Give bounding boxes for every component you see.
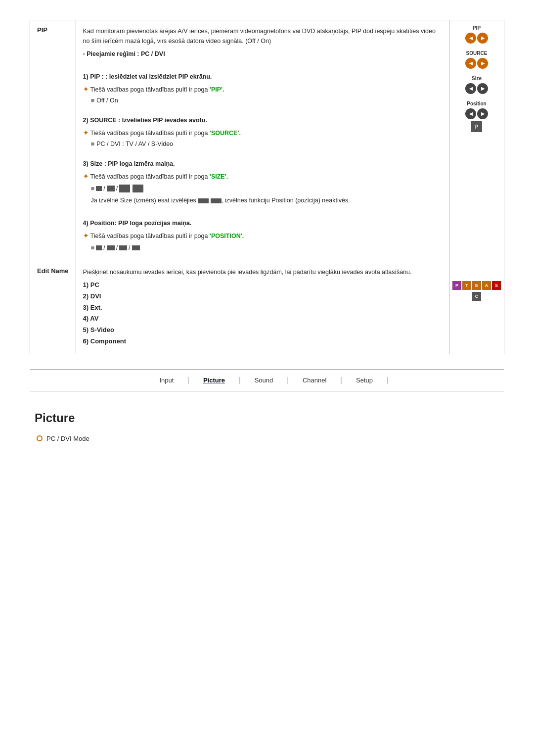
pteas-row: P T E A S — [452, 281, 501, 290]
nav-item-setup[interactable]: Setup — [342, 375, 387, 386]
list-item: 1) PC — [83, 280, 442, 290]
size-icon-group: Size ◀ ▶ — [452, 76, 501, 94]
pip-btn-right[interactable]: ▶ — [477, 33, 488, 44]
pip-3-title: 3) Size : PIP loga izmēra maiņa. — [83, 159, 442, 169]
pteas-p-btn[interactable]: P — [452, 281, 461, 290]
nav-sep-5: | — [387, 376, 389, 384]
picture-section: Picture PC / DVI Mode — [30, 411, 504, 442]
editname-list: 1) PC 2) DVI 3) Ext. 4) AV 5) S-Video 6)… — [83, 280, 442, 347]
position-p-btn[interactable]: P — [471, 121, 482, 132]
position-btn-left[interactable]: ◀ — [465, 108, 476, 119]
editname-intro: Piešķiriet nosaukumu ievades ierīcei, ka… — [83, 267, 442, 277]
pteas-e-btn[interactable]: E — [472, 281, 481, 290]
size-btn-right[interactable]: ▶ — [477, 83, 488, 94]
nav-item-sound[interactable]: Sound — [241, 375, 287, 386]
source-btn-pair[interactable]: ◀ ▶ — [465, 58, 488, 69]
pteas-a-btn[interactable]: A — [482, 281, 491, 290]
size-btn-pair[interactable]: ◀ ▶ — [465, 83, 488, 94]
pc-dvi-mode-label: PC / DVI Mode — [46, 435, 89, 442]
list-item: 4) AV — [83, 314, 442, 324]
list-item: 6) Component — [83, 336, 442, 347]
pip-label: PIP — [30, 20, 76, 261]
position-btn-right[interactable]: ▶ — [477, 108, 488, 119]
nav-bar-wrapper: Input | Picture | Sound | Channel | Setu… — [30, 369, 504, 391]
section-heading: Picture — [35, 411, 499, 425]
pos-icons: ■ / / / — [91, 243, 442, 253]
source-btn-left[interactable]: ◀ — [465, 58, 476, 69]
nav-item-picture[interactable]: Picture — [189, 375, 239, 386]
pc-dvi-mode-item: PC / DVI Mode — [37, 435, 499, 442]
pip-row: PIP Kad monitoram pievienotas ārējas A/V… — [30, 20, 504, 261]
source-btn-right[interactable]: ▶ — [477, 58, 488, 69]
size-btn-left[interactable]: ◀ — [465, 83, 476, 94]
nav-item-channel[interactable]: Channel — [289, 375, 340, 386]
position-btn-pair[interactable]: ◀ ▶ — [465, 108, 488, 119]
pip-1-dash: ■ Off / On — [83, 95, 442, 105]
pip-content: Kad monitoram pievienotas ārējas A/V ier… — [76, 20, 449, 261]
pteas-c-btn[interactable]: C — [472, 292, 481, 301]
pip-4-arrow-item: ✦ Tiešā vadības poga tālvadības pultī ir… — [83, 231, 442, 241]
pteas-t-btn[interactable]: T — [462, 281, 471, 290]
pip-2-arrow-item: ✦ Tiešā vadības poga tālvadības pultī ir… — [83, 128, 442, 138]
pip-3-note: Ja izvēlnē Size (izmērs) esat izvēlējies… — [83, 195, 442, 205]
main-content-table: PIP Kad monitoram pievienotas ārējas A/V… — [30, 20, 504, 354]
editname-content: Piešķiriet nosaukumu ievades ierīcei, ka… — [76, 261, 449, 354]
nav-item-input[interactable]: Input — [145, 375, 187, 386]
list-item: 3) Ext. — [83, 303, 442, 313]
position-icon-group: Position ◀ ▶ P — [452, 101, 501, 132]
nav-bar: Input | Picture | Sound | Channel | Setu… — [30, 375, 504, 386]
pip-intro: Kad monitoram pievienotas ārējas A/V ier… — [83, 26, 442, 46]
pip-btn-pair[interactable]: ◀ ▶ — [465, 33, 488, 44]
list-item: 2) DVI — [83, 291, 442, 302]
pip-4-title: 4) Position: PIP loga pozīcijas maiņa. — [83, 218, 442, 228]
pip-btn-left[interactable]: ◀ — [465, 33, 476, 44]
pip-1-title: 1) PIP : : Ieslēdziet vai izslēdziet PIP… — [83, 72, 442, 82]
pip-icon-group: PIP ◀ ▶ — [452, 25, 501, 44]
pip-modes: - Pieejamie reģīmi : PC / DVI — [83, 49, 442, 59]
pip-icons-cell: PIP ◀ ▶ SOURCE ◀ ▶ Size — [449, 20, 504, 261]
editname-label: Edit Name — [30, 261, 76, 354]
list-item: 5) S-Video — [83, 325, 442, 335]
pip-2-dash: ■ PC / DVI : TV / AV / S-Video — [83, 139, 442, 149]
pteas-s-btn[interactable]: S — [492, 281, 501, 290]
editname-icons-cell: P T E A S C — [449, 261, 504, 354]
pip-1-arrow-item: ✦ Tiešā vadības poga tālvadības pultī ir… — [83, 85, 442, 94]
pip-3-arrow-item: ✦ Tiešā vadības poga tālvadības pultī ir… — [83, 172, 442, 182]
sub-item-dot — [37, 435, 43, 441]
editname-row: Edit Name Piešķiriet nosaukumu ievades i… — [30, 261, 504, 354]
pip-2-title: 2) SOURCE : Izvēlieties PIP ievades avot… — [83, 115, 442, 125]
source-icon-group: SOURCE ◀ ▶ — [452, 50, 501, 69]
size-icons: ■ / / — [91, 184, 442, 193]
